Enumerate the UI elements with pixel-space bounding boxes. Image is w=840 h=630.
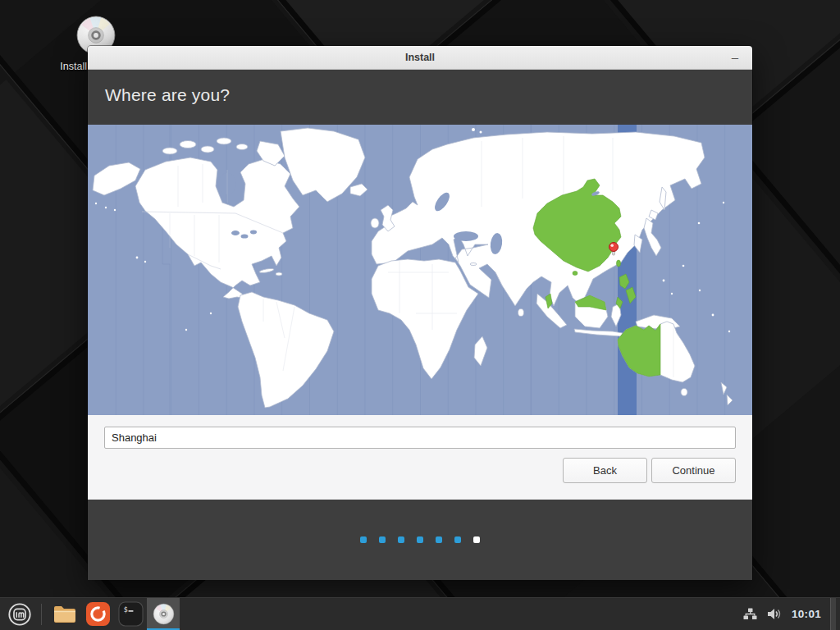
progress-dot: [454, 536, 461, 543]
firefox-icon: [85, 601, 111, 627]
progress-dot: [360, 536, 367, 543]
menu-button[interactable]: [0, 598, 39, 630]
desktop-icon-label: Install: [25, 61, 87, 72]
window-title: Install: [405, 52, 435, 63]
volume-icon[interactable]: [766, 607, 783, 621]
minimize-button[interactable]: –: [726, 46, 744, 68]
taskbar-terminal-icon[interactable]: $: [114, 598, 147, 630]
progress-dot: [417, 536, 423, 543]
progress-dots: [354, 536, 486, 543]
page-title: Where are you?: [88, 70, 752, 105]
network-icon[interactable]: [743, 608, 757, 620]
taskbar: $ 10:01: [0, 597, 840, 630]
clock[interactable]: 10:01: [792, 608, 821, 620]
progress-dot: [436, 536, 442, 543]
taskbar-separator: [41, 604, 42, 625]
progress-dot: [473, 536, 480, 543]
terminal-icon: $: [118, 601, 144, 627]
window-titlebar[interactable]: Install –: [88, 46, 752, 70]
show-desktop-button[interactable]: [830, 598, 836, 630]
progress-dot: [379, 536, 386, 543]
cd-disc-icon: [153, 603, 175, 625]
taskbar-firefox-icon[interactable]: [81, 598, 114, 630]
taskbar-files-icon[interactable]: [48, 598, 81, 630]
timezone-map[interactable]: [88, 125, 752, 415]
continue-button[interactable]: Continue: [651, 458, 736, 483]
installer-window: Install – Where are you?: [88, 46, 752, 579]
progress-dot: [398, 536, 404, 543]
taskbar-installer-icon[interactable]: [147, 598, 180, 630]
form-area: Back Continue: [88, 415, 752, 500]
back-button[interactable]: Back: [563, 458, 647, 483]
page-header: Where are you?: [88, 70, 752, 125]
desktop: Install Install – Where are you?: [0, 0, 840, 630]
wizard-footer: [88, 500, 752, 580]
folder-icon: [52, 604, 77, 624]
timezone-input[interactable]: [104, 427, 736, 449]
svg-text:$: $: [123, 605, 127, 614]
system-tray: 10:01: [743, 598, 840, 630]
mint-logo-icon: [7, 602, 32, 627]
